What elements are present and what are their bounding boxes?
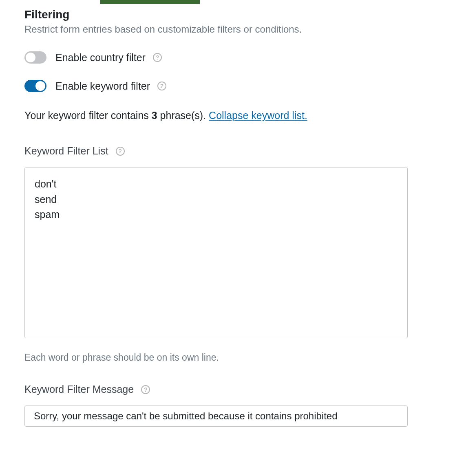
help-icon[interactable]: ? (153, 53, 162, 62)
section-description: Restrict form entries based on customiza… (24, 24, 431, 35)
filter-list-helper: Each word or phrase should be on its own… (24, 352, 431, 363)
country-filter-row: Enable country filter ? (24, 51, 431, 64)
phrase-count: 3 (152, 110, 157, 121)
keyword-filter-label: Enable keyword filter (55, 80, 150, 92)
section-title: Filtering (24, 8, 431, 21)
filtering-section: Filtering Restrict form entries based on… (0, 0, 455, 431)
help-icon[interactable]: ? (157, 82, 166, 90)
country-filter-toggle[interactable] (24, 51, 46, 64)
filter-message-label-row: Keyword Filter Message ? (24, 383, 431, 395)
keyword-filter-message-input[interactable] (24, 405, 408, 427)
keyword-filter-message-label: Keyword Filter Message (24, 383, 134, 395)
keyword-filter-row: Enable keyword filter ? (24, 80, 431, 92)
status-suffix: phrase(s). (157, 110, 209, 121)
decorative-bar (100, 0, 200, 4)
keyword-filter-list-textarea[interactable] (24, 167, 408, 338)
toggle-knob (35, 81, 45, 91)
keyword-status-text: Your keyword filter contains 3 phrase(s)… (24, 108, 431, 123)
help-icon[interactable]: ? (116, 147, 125, 156)
status-prefix: Your keyword filter contains (24, 110, 152, 121)
help-icon[interactable]: ? (141, 385, 150, 394)
toggle-knob (26, 53, 35, 62)
collapse-keyword-list-link[interactable]: Collapse keyword list. (209, 110, 307, 121)
filter-list-label-row: Keyword Filter List ? (24, 145, 431, 157)
keyword-filter-toggle[interactable] (24, 80, 46, 92)
keyword-filter-list-label: Keyword Filter List (24, 145, 108, 157)
country-filter-label: Enable country filter (55, 52, 146, 64)
